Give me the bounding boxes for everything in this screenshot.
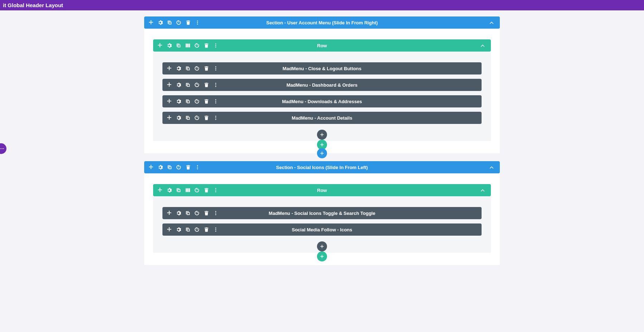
gear-icon[interactable] — [158, 20, 163, 25]
section-toolbar — [144, 161, 204, 173]
duplicate-icon[interactable] — [185, 82, 190, 87]
row-bar[interactable]: Row — [153, 39, 491, 52]
columns-icon[interactable] — [185, 188, 190, 193]
move-icon[interactable] — [167, 211, 172, 216]
move-icon[interactable] — [148, 165, 153, 170]
duplicate-icon[interactable] — [167, 165, 172, 170]
duplicate-icon[interactable] — [185, 115, 190, 120]
gear-icon[interactable] — [176, 227, 181, 232]
gear-icon[interactable] — [176, 115, 181, 120]
global-header: it Global Header Layout — [0, 0, 644, 10]
power-icon[interactable] — [195, 82, 200, 87]
section-bar[interactable]: Section - User Account Menu (Slide In Fr… — [144, 16, 500, 29]
more-icon[interactable] — [213, 115, 218, 120]
add-module-button[interactable] — [317, 241, 327, 251]
trash-icon[interactable] — [204, 66, 209, 71]
gear-icon[interactable] — [176, 99, 181, 104]
more-icon[interactable] — [213, 227, 218, 232]
columns-icon[interactable] — [185, 43, 190, 48]
more-icon[interactable] — [213, 43, 218, 48]
gear-icon[interactable] — [167, 188, 172, 193]
power-icon[interactable] — [195, 43, 200, 48]
collapse-button[interactable] — [474, 184, 491, 196]
trash-icon[interactable] — [204, 99, 209, 104]
row-toolbar — [153, 39, 223, 52]
move-icon[interactable] — [157, 188, 162, 193]
gear-icon[interactable] — [176, 82, 181, 87]
duplicate-icon[interactable] — [185, 211, 190, 216]
module-bar[interactable]: MadMenu - Account Details — [162, 112, 482, 124]
more-icon[interactable] — [213, 82, 218, 87]
trash-icon[interactable] — [204, 227, 209, 232]
module-toolbar — [162, 95, 223, 107]
move-icon[interactable] — [167, 115, 172, 120]
duplicate-icon[interactable] — [185, 227, 190, 232]
module-toolbar — [162, 62, 223, 74]
trash-icon[interactable] — [204, 188, 209, 193]
more-icon[interactable] — [195, 20, 200, 25]
add-module-button[interactable] — [317, 130, 327, 140]
module-toolbar — [162, 79, 223, 91]
module-bar[interactable]: Social Media Follow - Icons — [162, 223, 482, 236]
gear-icon[interactable] — [176, 66, 181, 71]
move-icon[interactable] — [157, 43, 162, 48]
duplicate-icon[interactable] — [185, 66, 190, 71]
trash-icon[interactable] — [204, 82, 209, 87]
move-icon[interactable] — [167, 66, 172, 71]
collapse-button[interactable] — [483, 161, 500, 173]
module-bar[interactable]: MadMenu - Dashboard & Orders — [162, 79, 482, 91]
power-icon[interactable] — [195, 227, 200, 232]
more-icon[interactable] — [213, 211, 218, 216]
move-icon[interactable] — [167, 227, 172, 232]
module-toolbar — [162, 112, 223, 124]
power-icon[interactable] — [176, 20, 181, 25]
module-toolbar — [162, 207, 223, 219]
power-icon[interactable] — [195, 211, 200, 216]
duplicate-icon[interactable] — [176, 188, 181, 193]
duplicate-icon[interactable] — [185, 99, 190, 104]
power-icon[interactable] — [176, 165, 181, 170]
move-icon[interactable] — [167, 82, 172, 87]
add-section-button[interactable] — [317, 148, 327, 158]
module-bar[interactable]: MadMenu - Close & Logout Buttons — [162, 62, 482, 74]
trash-icon[interactable] — [204, 115, 209, 120]
section-toolbar — [144, 16, 204, 29]
add-row-button[interactable] — [317, 251, 327, 261]
collapse-button[interactable] — [483, 16, 500, 29]
section-bar[interactable]: Section - Social Icons (Slide In From Le… — [144, 161, 500, 173]
module-toolbar — [162, 223, 223, 236]
collapse-button[interactable] — [474, 39, 491, 52]
row-body: MadMenu - Close & Logout Buttons MadMenu… — [153, 52, 491, 141]
more-icon[interactable] — [195, 165, 200, 170]
row-body: MadMenu - Social Icons Toggle & Search T… — [153, 196, 491, 253]
duplicate-icon[interactable] — [167, 20, 172, 25]
gear-icon[interactable] — [176, 211, 181, 216]
trash-icon[interactable] — [186, 165, 191, 170]
row-toolbar — [153, 184, 223, 196]
builder-canvas: Section - User Account Menu (Slide In Fr… — [0, 10, 644, 279]
move-icon[interactable] — [148, 20, 153, 25]
more-icon[interactable] — [213, 188, 218, 193]
gear-icon[interactable] — [167, 43, 172, 48]
section-body: Row MadMenu - Social Icons Toggle & Sear… — [144, 173, 500, 265]
module-bar[interactable]: MadMenu - Downloads & Addresses — [162, 95, 482, 107]
gear-icon[interactable] — [158, 165, 163, 170]
duplicate-icon[interactable] — [176, 43, 181, 48]
trash-icon[interactable] — [186, 20, 191, 25]
move-icon[interactable] — [167, 99, 172, 104]
more-icon[interactable] — [213, 99, 218, 104]
more-icon[interactable] — [213, 66, 218, 71]
trash-icon[interactable] — [204, 211, 209, 216]
trash-icon[interactable] — [204, 43, 209, 48]
power-icon[interactable] — [195, 115, 200, 120]
module-bar[interactable]: MadMenu - Social Icons Toggle & Search T… — [162, 207, 482, 219]
page-title: it Global Header Layout — [3, 2, 63, 8]
power-icon[interactable] — [195, 66, 200, 71]
power-icon[interactable] — [195, 188, 200, 193]
section-body: Row MadMenu - Close & Logout Buttons — [144, 29, 500, 153]
row-bar[interactable]: Row — [153, 184, 491, 196]
power-icon[interactable] — [195, 99, 200, 104]
